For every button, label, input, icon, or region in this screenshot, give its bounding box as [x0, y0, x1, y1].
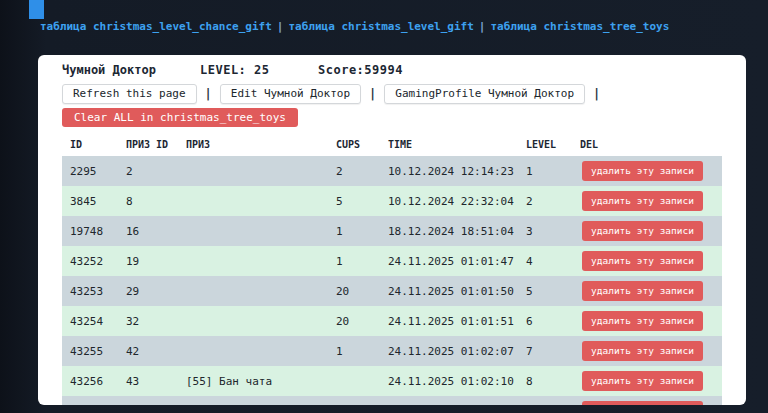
- delete-row-button[interactable]: удалить эту записи: [582, 341, 703, 361]
- table-row: 43253292024.11.2025 01:01:505удалить эту…: [62, 276, 722, 306]
- cell-cups: 1: [328, 225, 380, 238]
- delete-row-button[interactable]: удалить эту записи: [582, 401, 703, 405]
- cell-cups: 1: [328, 255, 380, 268]
- records-table: ID ПРИЗ ID ПРИЗ CUPS TIME LEVEL DEL 2295…: [62, 132, 722, 405]
- cell-cups: 20: [328, 285, 380, 298]
- clear-all-button[interactable]: Clear ALL in christmas_tree_toys: [62, 108, 298, 127]
- edit-player-button[interactable]: Edit Чумной Доктор: [220, 84, 361, 104]
- header-cups: CUPS: [328, 139, 380, 150]
- table-row: 22952210.12.2024 12:14:231удалить эту за…: [62, 156, 722, 186]
- cell-time: 24.11.2025 01:02:10: [380, 375, 518, 388]
- cell-time: 10.12.2024 22:32:04: [380, 195, 518, 208]
- table-nav: таблица christmas_level_chance_gift|табл…: [40, 20, 669, 33]
- cell-cups: 5: [328, 195, 380, 208]
- nav-link-christmas-level-chance-gift[interactable]: таблица christmas_level_chance_gift: [40, 20, 272, 33]
- top-left-accent: [29, 0, 44, 19]
- cell-level: 1: [518, 165, 572, 178]
- table-body: 22952210.12.2024 12:14:231удалить эту за…: [62, 156, 722, 405]
- main-panel: Чумной Доктор LEVEL: 25 Score:59994 Refr…: [38, 55, 746, 405]
- player-name: Чумной Доктор: [62, 63, 200, 77]
- cell-time: 10.12.2024 12:14:23: [380, 165, 518, 178]
- cell-del: удалить эту записи: [572, 401, 722, 405]
- delete-row-button[interactable]: удалить эту записи: [582, 161, 703, 181]
- table-row: 43254322024.11.2025 01:01:516удалить эту…: [62, 306, 722, 336]
- cell-level: 7: [518, 345, 572, 358]
- cell-time: 24.11.2025 01:02:43: [380, 405, 518, 406]
- header-level: LEVEL: [518, 139, 572, 150]
- profile-summary: Чумной Доктор LEVEL: 25 Score:59994: [62, 63, 722, 79]
- cell-level: 6: [518, 315, 572, 328]
- cell-priz-id: 2: [118, 165, 178, 178]
- cell-id: 2295: [62, 165, 118, 178]
- cell-level: 5: [518, 285, 572, 298]
- cell-del: удалить эту записи: [572, 281, 722, 301]
- delete-row-button[interactable]: удалить эту записи: [582, 311, 703, 331]
- toolbar-separator: |: [369, 87, 376, 101]
- cell-level: 9: [518, 405, 572, 406]
- cell-priz-id: 16: [118, 225, 178, 238]
- delete-row-button[interactable]: удалить эту записи: [582, 371, 703, 391]
- cell-id: 43255: [62, 345, 118, 358]
- cell-id: 43257: [62, 405, 118, 406]
- cell-priz-id: 43: [118, 375, 178, 388]
- table-row: 4325542124.11.2025 01:02:077удалить эту …: [62, 336, 722, 366]
- cell-del: удалить эту записи: [572, 161, 722, 181]
- nav-separator: |: [479, 20, 486, 33]
- player-level: LEVEL: 25: [200, 63, 318, 77]
- refresh-page-button[interactable]: Refresh this page: [62, 84, 197, 104]
- nav-link-christmas-level-gift[interactable]: таблица christmas_level_gift: [288, 20, 473, 33]
- cell-id: 43254: [62, 315, 118, 328]
- cell-level: 3: [518, 225, 572, 238]
- delete-row-button[interactable]: удалить эту записи: [582, 281, 703, 301]
- cell-id: 19748: [62, 225, 118, 238]
- cell-id: 43252: [62, 255, 118, 268]
- cell-id: 43256: [62, 375, 118, 388]
- cell-time: 24.11.2025 01:01:51: [380, 315, 518, 328]
- cell-priz: [55] Бан чата: [178, 375, 328, 388]
- cell-time: 18.12.2024 18:51:04: [380, 225, 518, 238]
- cell-time: 24.11.2025 01:02:07: [380, 345, 518, 358]
- header-priz: ПРИЗ: [178, 139, 328, 150]
- toolbar-separator: |: [205, 87, 212, 101]
- cell-del: удалить эту записи: [572, 371, 722, 391]
- cell-cups: 20: [328, 315, 380, 328]
- header-del: DEL: [572, 139, 722, 150]
- table-row: 4325219124.11.2025 01:01:474удалить эту …: [62, 246, 722, 276]
- delete-row-button[interactable]: удалить эту записи: [582, 191, 703, 211]
- cell-priz-id: 8: [118, 195, 178, 208]
- player-score: Score:59994: [318, 63, 403, 77]
- table-header-row: ID ПРИЗ ID ПРИЗ CUPS TIME LEVEL DEL: [62, 132, 722, 156]
- table-row: 4325749[52] Убрать ник24.11.2025 01:02:4…: [62, 396, 722, 405]
- table-row: 38458510.12.2024 22:32:042удалить эту за…: [62, 186, 722, 216]
- cell-priz-id: 42: [118, 345, 178, 358]
- cell-del: удалить эту записи: [572, 311, 722, 331]
- header-priz-id: ПРИЗ ID: [118, 139, 178, 150]
- nav-separator: |: [277, 20, 284, 33]
- cell-level: 8: [518, 375, 572, 388]
- gaming-profile-button[interactable]: GamingProfile Чумной Доктор: [384, 84, 585, 104]
- delete-row-button[interactable]: удалить эту записи: [582, 221, 703, 241]
- cell-cups: 2: [328, 165, 380, 178]
- delete-row-button[interactable]: удалить эту записи: [582, 251, 703, 271]
- cell-priz-id: 32: [118, 315, 178, 328]
- header-time: TIME: [380, 139, 518, 150]
- table-row: 1974816118.12.2024 18:51:043удалить эту …: [62, 216, 722, 246]
- toolbar: Refresh this page | Edit Чумной Доктор |…: [62, 84, 722, 104]
- cell-id: 43253: [62, 285, 118, 298]
- cell-priz-id: 49: [118, 405, 178, 406]
- cell-priz-id: 29: [118, 285, 178, 298]
- cell-del: удалить эту записи: [572, 191, 722, 211]
- screen: таблица christmas_level_chance_gift|табл…: [0, 0, 768, 413]
- cell-level: 4: [518, 255, 572, 268]
- cell-cups: 1: [328, 345, 380, 358]
- nav-link-christmas-tree-toys[interactable]: таблица christmas_tree_toys: [490, 20, 669, 33]
- header-id: ID: [62, 139, 118, 150]
- cell-id: 3845: [62, 195, 118, 208]
- cell-del: удалить эту записи: [572, 341, 722, 361]
- cell-level: 2: [518, 195, 572, 208]
- cell-priz: [52] Убрать ник: [178, 405, 328, 406]
- cell-time: 24.11.2025 01:01:50: [380, 285, 518, 298]
- cell-del: удалить эту записи: [572, 251, 722, 271]
- cell-del: удалить эту записи: [572, 221, 722, 241]
- cell-time: 24.11.2025 01:01:47: [380, 255, 518, 268]
